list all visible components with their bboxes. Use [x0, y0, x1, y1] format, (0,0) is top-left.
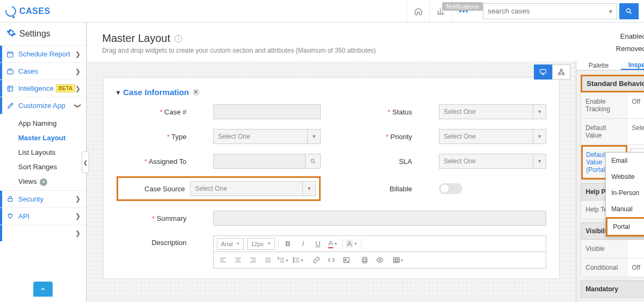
- close-icon[interactable]: ✕: [192, 89, 200, 96]
- sidebar-item-intelligence[interactable]: Intelligence BETA ❯: [0, 80, 86, 97]
- dp-option-manual[interactable]: Manual: [606, 201, 644, 217]
- subnav-app-naming[interactable]: App Naming: [0, 116, 86, 131]
- svg-point-14: [293, 258, 294, 259]
- table-icon[interactable]: ▼: [392, 254, 404, 266]
- subnav-sort-ranges[interactable]: Sort Ranges: [0, 160, 86, 174]
- field-assigned-to-input[interactable]: [213, 154, 306, 169]
- link-icon[interactable]: [310, 254, 322, 266]
- field-status-value: Select One: [444, 108, 475, 116]
- intelligence-icon: [5, 85, 15, 92]
- align-left-icon[interactable]: [217, 254, 229, 266]
- kv-value[interactable]: Select One: [627, 119, 644, 145]
- sidebar-item-security[interactable]: Security ❯: [0, 190, 86, 207]
- sidebar-item-api[interactable]: API ❯: [0, 207, 86, 225]
- info-icon[interactable]: i: [175, 35, 182, 42]
- section-header[interactable]: ▾ Case Information ✕: [117, 88, 546, 97]
- kv-enable-tracking: Enable Tracking Off: [581, 92, 644, 119]
- svg-rect-5: [8, 70, 13, 74]
- field-sla[interactable]: Select One▼: [439, 154, 546, 169]
- page-title: Master Layout i: [102, 32, 616, 45]
- plus-icon[interactable]: +: [40, 178, 47, 186]
- field-description[interactable]: Arial▼ 12px▼ B I U A▼ A▼: [213, 235, 546, 269]
- view-switch: [534, 64, 570, 80]
- rte-font-select[interactable]: Arial▼: [217, 238, 244, 250]
- dp-option-in-person[interactable]: In-Person: [606, 185, 644, 201]
- calendar-icon: [5, 51, 15, 58]
- field-summary[interactable]: [213, 211, 546, 226]
- bold-icon[interactable]: B: [282, 238, 294, 250]
- chevron-down-icon: ▾: [117, 89, 120, 96]
- sidebar-item-more[interactable]: ❯: [0, 225, 86, 241]
- label-priority: Priority: [348, 133, 412, 141]
- rte-font-value: Arial: [221, 241, 233, 247]
- canvas-wrap: ▾ Case Information ✕ Case # Status Selec…: [87, 61, 644, 302]
- kv-key: Visible: [581, 240, 627, 258]
- sidebar-collapse-handle[interactable]: ❮: [82, 152, 89, 173]
- sidebar-item-customize-app[interactable]: Customize App ❯: [0, 97, 86, 114]
- rte-toolbar-top: Arial▼ 12px▼ B I U A▼ A▼: [214, 236, 546, 252]
- dp-option-website[interactable]: Website: [606, 169, 644, 185]
- chevron-down-icon: ▼: [533, 105, 546, 119]
- chevron-down-icon: ▼: [307, 130, 320, 143]
- tab-palette[interactable]: Palette: [576, 61, 620, 70]
- ol-icon[interactable]: 1▼: [277, 254, 289, 266]
- italic-icon[interactable]: I: [297, 238, 309, 250]
- rte-size-select[interactable]: 12px▼: [247, 238, 275, 250]
- canvas-area: ▾ Case Information ✕ Case # Status Selec…: [87, 61, 576, 302]
- cases-icon: [5, 68, 15, 75]
- page-title-text: Master Layout: [102, 32, 170, 45]
- view-desktop-button[interactable]: [534, 64, 552, 80]
- subnav-master-layout[interactable]: Master Layout: [0, 131, 86, 145]
- sidebar-item-cases[interactable]: Cases ❯: [0, 62, 86, 80]
- chevron-down-icon: ❯: [74, 103, 82, 109]
- brand-icon: [3, 4, 18, 18]
- kv-value[interactable]: [627, 240, 644, 258]
- field-status[interactable]: Select One▼: [439, 104, 546, 119]
- search-input-box[interactable]: ▼: [483, 3, 617, 19]
- field-sla-value: Select One: [444, 157, 475, 165]
- kv-value[interactable]: Off: [627, 258, 644, 277]
- search-input[interactable]: [488, 4, 595, 19]
- search-wrap: ▼: [483, 3, 639, 19]
- brand[interactable]: CASES: [5, 6, 50, 17]
- scroll-top-button[interactable]: [33, 282, 53, 297]
- sidebar-item-schedule-report[interactable]: Schedule Report ❯: [0, 45, 86, 62]
- kv-value[interactable]: Off: [627, 92, 644, 118]
- settings-header: Settings: [0, 23, 86, 45]
- kv-key: Enable Tracking: [581, 92, 627, 118]
- label-description: Description: [117, 235, 186, 247]
- font-color-icon[interactable]: A▼: [327, 238, 339, 250]
- field-assigned-to[interactable]: [213, 154, 321, 169]
- home-icon[interactable]: [407, 0, 429, 23]
- field-priority[interactable]: Select One▼: [439, 129, 546, 144]
- subnav-list-layouts[interactable]: List Layouts: [0, 145, 86, 160]
- image-icon[interactable]: [341, 254, 352, 266]
- field-type[interactable]: Select One▼: [213, 129, 321, 144]
- dp-option-portal[interactable]: Portal: [606, 217, 644, 236]
- bg-color-icon[interactable]: A▼: [346, 238, 358, 250]
- chevron-down-icon: ▼: [302, 182, 315, 196]
- dp-option-email[interactable]: Email: [606, 153, 644, 169]
- svg-rect-7: [8, 198, 12, 201]
- align-center-icon[interactable]: [232, 254, 244, 266]
- align-right-icon[interactable]: [247, 254, 259, 266]
- preview-icon[interactable]: [374, 254, 386, 266]
- field-case-source[interactable]: Select One▼: [190, 181, 316, 196]
- underline-icon[interactable]: U: [312, 238, 324, 250]
- chevron-down-icon[interactable]: ▼: [608, 8, 613, 14]
- view-tree-button[interactable]: [552, 64, 570, 80]
- tab-inspector[interactable]: Inspector: [621, 61, 644, 70]
- customize-subnav: App Naming Master Layout List Layouts So…: [0, 114, 86, 190]
- print-icon[interactable]: [359, 254, 371, 266]
- search-button[interactable]: [619, 3, 639, 19]
- gear-icon: [6, 28, 16, 40]
- field-billable-toggle[interactable]: [439, 183, 462, 194]
- code-icon[interactable]: [325, 254, 337, 266]
- subnav-views[interactable]: Views +: [0, 174, 86, 189]
- align-justify-icon[interactable]: [262, 254, 274, 266]
- field-case-no[interactable]: [213, 104, 321, 119]
- mandatory-header: Mandatory: [581, 281, 644, 298]
- label-status: Status: [348, 108, 412, 116]
- search-icon[interactable]: [306, 154, 321, 169]
- ul-icon[interactable]: ▼: [292, 254, 304, 266]
